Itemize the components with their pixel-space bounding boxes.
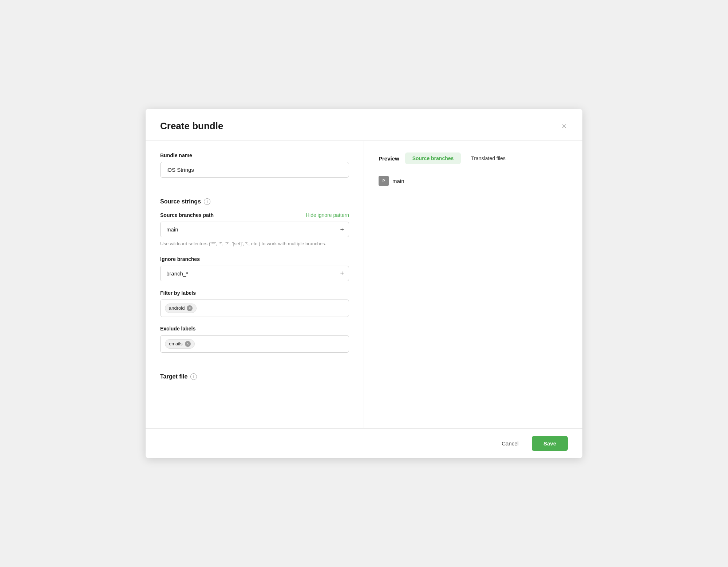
save-button[interactable]: Save [532, 436, 568, 451]
exclude-labels-input[interactable]: emails × [160, 335, 349, 353]
exclude-labels-section: Exclude labels emails × [160, 326, 349, 353]
ignore-branches-input[interactable] [160, 266, 349, 281]
source-branches-path-add-button[interactable]: + [339, 226, 345, 234]
target-file-section: Target file i [160, 373, 349, 380]
filter-by-labels-label: Filter by labels [160, 290, 349, 296]
source-branches-path-label: Source branches path [160, 212, 214, 218]
source-branches-path-section: Source branches path Hide ignore pattern… [160, 212, 349, 247]
filter-tag-android: android × [165, 304, 197, 313]
ignore-branches-input-wrapper: + [160, 266, 349, 281]
exclude-tag-emails-label: emails [169, 341, 183, 346]
source-branches-path-input[interactable] [160, 222, 349, 237]
exclude-tag-emails: emails × [165, 339, 195, 349]
divider-2 [160, 363, 349, 363]
right-panel: Preview Source branches Translated files… [364, 141, 582, 428]
divider-1 [160, 188, 349, 188]
preview-tabs: Preview Source branches Translated files [379, 152, 568, 164]
filter-by-labels-input[interactable]: android × [160, 300, 349, 317]
filter-tag-android-label: android [169, 305, 185, 311]
hide-ignore-pattern-button[interactable]: Hide ignore pattern [306, 212, 349, 218]
dialog-body: Bundle name Source strings i Source bran… [146, 141, 582, 428]
ignore-branches-section: Ignore branches + [160, 256, 349, 281]
source-branches-path-input-wrapper: + [160, 222, 349, 237]
bundle-name-section: Bundle name [160, 152, 349, 178]
target-file-info-icon: i [190, 373, 197, 380]
source-branches-path-header: Source branches path Hide ignore pattern [160, 212, 349, 218]
source-strings-label: Source strings [160, 198, 201, 205]
target-file-title: Target file i [160, 373, 349, 380]
source-strings-section-title: Source strings i [160, 198, 349, 205]
preview-label: Preview [379, 155, 399, 162]
dialog-footer: Cancel Save [146, 428, 582, 458]
svg-text:P: P [383, 179, 385, 183]
filter-by-labels-section: Filter by labels android × [160, 290, 349, 317]
tab-translated-files[interactable]: Translated files [464, 152, 513, 164]
left-panel: Bundle name Source strings i Source bran… [146, 141, 364, 428]
source-strings-info-icon: i [204, 198, 210, 205]
bundle-name-input[interactable] [160, 162, 349, 178]
ignore-branches-add-button[interactable]: + [339, 269, 345, 277]
close-button[interactable]: × [560, 121, 568, 132]
target-file-label: Target file [160, 373, 187, 380]
bundle-name-label: Bundle name [160, 152, 349, 158]
source-branches-path-hint: Use wildcard selectors ('**', '*', '?', … [160, 240, 349, 247]
create-bundle-dialog: Create bundle × Bundle name Source strin… [146, 109, 582, 458]
exclude-tag-emails-remove[interactable]: × [185, 341, 191, 347]
tab-source-branches[interactable]: Source branches [405, 152, 461, 164]
ignore-branches-label: Ignore branches [160, 256, 349, 262]
cancel-button[interactable]: Cancel [494, 437, 526, 450]
exclude-labels-label: Exclude labels [160, 326, 349, 332]
branch-item-main: P main [379, 173, 568, 189]
branch-name-main: main [392, 178, 404, 184]
dialog-title: Create bundle [160, 120, 223, 132]
filter-tag-android-remove[interactable]: × [187, 305, 193, 311]
dialog-header: Create bundle × [146, 109, 582, 141]
branch-icon-main: P [379, 176, 389, 186]
